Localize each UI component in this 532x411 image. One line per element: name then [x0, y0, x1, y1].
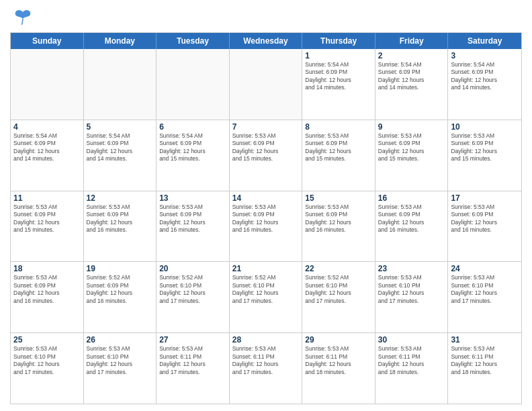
weekday-header: Thursday: [302, 33, 375, 49]
day-number: 30: [378, 335, 445, 345]
day-info: Sunrise: 5:53 AM Sunset: 6:10 PM Dayligh…: [87, 345, 154, 376]
weekday-header: Saturday: [448, 33, 521, 49]
calendar-header: SundayMondayTuesdayWednesdayThursdayFrid…: [11, 33, 521, 49]
day-number: 22: [305, 264, 372, 273]
day-info: Sunrise: 5:54 AM Sunset: 6:09 PM Dayligh…: [378, 61, 445, 92]
table-row: 21Sunrise: 5:52 AM Sunset: 6:10 PM Dayli…: [230, 262, 303, 332]
table-row: 28Sunrise: 5:53 AM Sunset: 6:11 PM Dayli…: [230, 333, 303, 404]
table-row: 6Sunrise: 5:54 AM Sunset: 6:09 PM Daylig…: [157, 120, 230, 191]
day-info: Sunrise: 5:53 AM Sunset: 6:09 PM Dayligh…: [87, 203, 154, 234]
day-number: 17: [451, 193, 519, 203]
day-info: Sunrise: 5:53 AM Sunset: 6:09 PM Dayligh…: [232, 132, 300, 163]
weekday-header: Sunday: [11, 33, 84, 49]
day-number: 4: [13, 122, 81, 132]
calendar-row: 1Sunrise: 5:54 AM Sunset: 6:09 PM Daylig…: [11, 49, 521, 120]
day-number: 26: [87, 335, 154, 345]
calendar-row: 25Sunrise: 5:53 AM Sunset: 6:10 PM Dayli…: [11, 333, 521, 404]
day-info: Sunrise: 5:53 AM Sunset: 6:10 PM Dayligh…: [378, 274, 445, 305]
day-number: 3: [451, 51, 519, 60]
table-row: 18Sunrise: 5:53 AM Sunset: 6:09 PM Dayli…: [11, 262, 84, 332]
table-row: 2Sunrise: 5:54 AM Sunset: 6:09 PM Daylig…: [375, 49, 449, 120]
table-row: 9Sunrise: 5:53 AM Sunset: 6:09 PM Daylig…: [375, 120, 449, 191]
day-info: Sunrise: 5:54 AM Sunset: 6:09 PM Dayligh…: [451, 61, 519, 92]
day-number: 9: [378, 122, 445, 132]
weekday-header: Friday: [375, 33, 449, 49]
table-row: 4Sunrise: 5:54 AM Sunset: 6:09 PM Daylig…: [11, 120, 84, 191]
day-info: Sunrise: 5:53 AM Sunset: 6:09 PM Dayligh…: [305, 132, 372, 163]
table-row: 1Sunrise: 5:54 AM Sunset: 6:09 PM Daylig…: [302, 49, 375, 120]
day-number: 5: [87, 122, 154, 132]
day-number: 13: [159, 193, 226, 203]
day-info: Sunrise: 5:53 AM Sunset: 6:09 PM Dayligh…: [232, 203, 300, 234]
day-number: 25: [13, 335, 81, 345]
calendar-row: 4Sunrise: 5:54 AM Sunset: 6:09 PM Daylig…: [11, 120, 521, 191]
table-row: 22Sunrise: 5:52 AM Sunset: 6:10 PM Dayli…: [302, 262, 375, 332]
day-info: Sunrise: 5:53 AM Sunset: 6:10 PM Dayligh…: [451, 274, 519, 305]
calendar-body: 1Sunrise: 5:54 AM Sunset: 6:09 PM Daylig…: [11, 49, 521, 404]
day-info: Sunrise: 5:53 AM Sunset: 6:09 PM Dayligh…: [451, 203, 519, 234]
table-row: 29Sunrise: 5:53 AM Sunset: 6:11 PM Dayli…: [302, 333, 375, 404]
table-row: 12Sunrise: 5:53 AM Sunset: 6:09 PM Dayli…: [84, 191, 157, 262]
day-number: 1: [305, 51, 372, 60]
day-number: 18: [13, 264, 81, 273]
day-number: 10: [451, 122, 519, 132]
day-info: Sunrise: 5:53 AM Sunset: 6:09 PM Dayligh…: [451, 132, 519, 163]
day-number: 23: [378, 264, 445, 273]
weekday-header: Tuesday: [157, 33, 230, 49]
table-row: 17Sunrise: 5:53 AM Sunset: 6:09 PM Dayli…: [448, 191, 521, 262]
day-info: Sunrise: 5:53 AM Sunset: 6:09 PM Dayligh…: [305, 203, 372, 234]
table-row: 3Sunrise: 5:54 AM Sunset: 6:09 PM Daylig…: [448, 49, 521, 120]
table-row: 15Sunrise: 5:53 AM Sunset: 6:09 PM Dayli…: [302, 191, 375, 262]
day-info: Sunrise: 5:53 AM Sunset: 6:11 PM Dayligh…: [451, 345, 519, 376]
day-number: 29: [305, 335, 372, 345]
day-info: Sunrise: 5:53 AM Sunset: 6:09 PM Dayligh…: [13, 203, 81, 234]
day-number: 14: [232, 193, 300, 203]
day-number: 21: [232, 264, 300, 273]
table-row: 11Sunrise: 5:53 AM Sunset: 6:09 PM Dayli…: [11, 191, 84, 262]
day-info: Sunrise: 5:53 AM Sunset: 6:11 PM Dayligh…: [378, 345, 445, 376]
day-info: Sunrise: 5:54 AM Sunset: 6:09 PM Dayligh…: [87, 132, 154, 163]
table-row: 13Sunrise: 5:53 AM Sunset: 6:09 PM Dayli…: [157, 191, 230, 262]
day-info: Sunrise: 5:54 AM Sunset: 6:09 PM Dayligh…: [13, 132, 81, 163]
table-row: [84, 49, 157, 120]
table-row: 30Sunrise: 5:53 AM Sunset: 6:11 PM Dayli…: [375, 333, 449, 404]
table-row: [157, 49, 230, 120]
day-info: Sunrise: 5:53 AM Sunset: 6:11 PM Dayligh…: [305, 345, 372, 376]
table-row: 20Sunrise: 5:52 AM Sunset: 6:10 PM Dayli…: [157, 262, 230, 332]
table-row: 7Sunrise: 5:53 AM Sunset: 6:09 PM Daylig…: [230, 120, 303, 191]
day-number: 8: [305, 122, 372, 132]
day-info: Sunrise: 5:54 AM Sunset: 6:09 PM Dayligh…: [159, 132, 226, 163]
day-info: Sunrise: 5:52 AM Sunset: 6:10 PM Dayligh…: [159, 274, 226, 305]
weekday-header: Monday: [84, 33, 157, 49]
day-number: 6: [159, 122, 226, 132]
table-row: 8Sunrise: 5:53 AM Sunset: 6:09 PM Daylig…: [302, 120, 375, 191]
table-row: 31Sunrise: 5:53 AM Sunset: 6:11 PM Dayli…: [448, 333, 521, 404]
table-row: 16Sunrise: 5:53 AM Sunset: 6:09 PM Dayli…: [375, 191, 449, 262]
table-row: 19Sunrise: 5:52 AM Sunset: 6:09 PM Dayli…: [84, 262, 157, 332]
table-row: 10Sunrise: 5:53 AM Sunset: 6:09 PM Dayli…: [448, 120, 521, 191]
day-info: Sunrise: 5:53 AM Sunset: 6:10 PM Dayligh…: [13, 345, 81, 376]
page: SundayMondayTuesdayWednesdayThursdayFrid…: [0, 0, 532, 411]
day-number: 28: [232, 335, 300, 345]
day-number: 12: [87, 193, 154, 203]
day-number: 20: [159, 264, 226, 273]
day-number: 27: [159, 335, 226, 345]
table-row: 5Sunrise: 5:54 AM Sunset: 6:09 PM Daylig…: [84, 120, 157, 191]
table-row: [11, 49, 84, 120]
day-info: Sunrise: 5:54 AM Sunset: 6:09 PM Dayligh…: [305, 61, 372, 92]
day-info: Sunrise: 5:53 AM Sunset: 6:09 PM Dayligh…: [378, 203, 445, 234]
header: [10, 7, 522, 28]
table-row: [230, 49, 303, 120]
day-info: Sunrise: 5:53 AM Sunset: 6:11 PM Dayligh…: [232, 345, 300, 376]
day-info: Sunrise: 5:52 AM Sunset: 6:10 PM Dayligh…: [305, 274, 372, 305]
day-number: 16: [378, 193, 445, 203]
day-number: 11: [13, 193, 81, 203]
weekday-header: Wednesday: [230, 33, 303, 49]
table-row: 24Sunrise: 5:53 AM Sunset: 6:10 PM Dayli…: [448, 262, 521, 332]
table-row: 26Sunrise: 5:53 AM Sunset: 6:10 PM Dayli…: [84, 333, 157, 404]
day-number: 24: [451, 264, 519, 273]
table-row: 27Sunrise: 5:53 AM Sunset: 6:11 PM Dayli…: [157, 333, 230, 404]
day-info: Sunrise: 5:53 AM Sunset: 6:09 PM Dayligh…: [13, 274, 81, 305]
table-row: 14Sunrise: 5:53 AM Sunset: 6:09 PM Dayli…: [230, 191, 303, 262]
logo: [10, 7, 33, 28]
